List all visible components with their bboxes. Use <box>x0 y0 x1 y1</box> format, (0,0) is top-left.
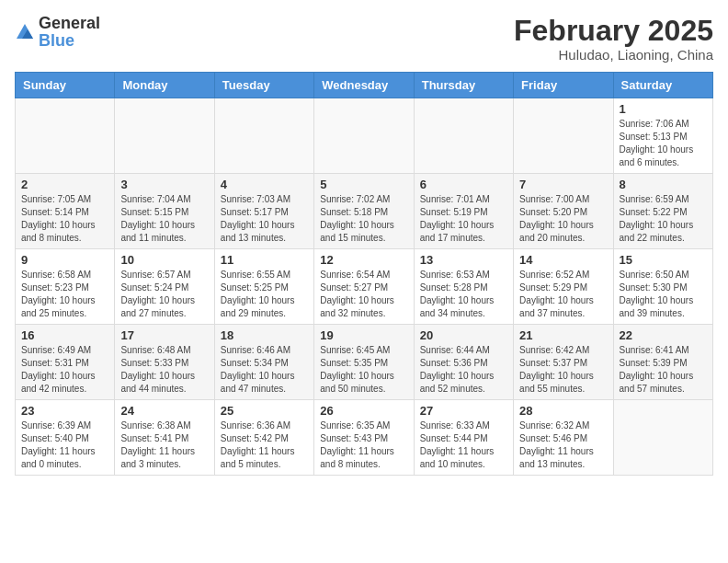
day-number: 11 <box>221 253 308 267</box>
day-info: Sunrise: 6:52 AM Sunset: 5:29 PM Dayligh… <box>519 269 607 320</box>
day-info: Sunrise: 6:58 AM Sunset: 5:23 PM Dayligh… <box>21 269 108 320</box>
calendar-day-cell: 26Sunrise: 6:35 AM Sunset: 5:43 PM Dayli… <box>314 400 414 476</box>
day-number: 25 <box>221 404 308 418</box>
day-number: 20 <box>420 328 507 342</box>
calendar-day-cell: 1Sunrise: 7:06 AM Sunset: 5:13 PM Daylig… <box>613 98 712 174</box>
calendar-day-cell <box>115 98 214 174</box>
title-area: February 2025 Huludao, Liaoning, China <box>514 15 713 63</box>
day-info: Sunrise: 6:38 AM Sunset: 5:41 PM Dayligh… <box>120 419 208 471</box>
day-number: 7 <box>519 178 607 191</box>
day-info: Sunrise: 6:35 AM Sunset: 5:43 PM Dayligh… <box>320 419 407 471</box>
day-number: 13 <box>420 253 507 267</box>
day-number: 22 <box>620 328 707 342</box>
day-number: 9 <box>21 253 108 267</box>
day-number: 19 <box>320 328 407 342</box>
calendar-day-cell: 18Sunrise: 6:46 AM Sunset: 5:34 PM Dayli… <box>214 325 313 400</box>
day-number: 26 <box>320 404 407 418</box>
day-info: Sunrise: 7:03 AM Sunset: 5:17 PM Dayligh… <box>221 193 308 245</box>
calendar-week-row: 9Sunrise: 6:58 AM Sunset: 5:23 PM Daylig… <box>16 249 713 325</box>
day-info: Sunrise: 6:45 AM Sunset: 5:35 PM Dayligh… <box>320 344 407 396</box>
day-number: 14 <box>519 253 607 267</box>
calendar-week-row: 2Sunrise: 7:05 AM Sunset: 5:14 PM Daylig… <box>16 174 713 249</box>
day-number: 12 <box>320 253 407 267</box>
weekday-header: Thursday <box>414 73 513 98</box>
day-number: 5 <box>320 178 407 191</box>
day-info: Sunrise: 6:50 AM Sunset: 5:30 PM Dayligh… <box>620 269 707 320</box>
day-number: 27 <box>420 404 507 418</box>
calendar-week-row: 16Sunrise: 6:49 AM Sunset: 5:31 PM Dayli… <box>16 325 713 400</box>
day-info: Sunrise: 6:44 AM Sunset: 5:36 PM Dayligh… <box>420 344 507 396</box>
day-info: Sunrise: 6:33 AM Sunset: 5:44 PM Dayligh… <box>420 419 507 471</box>
day-info: Sunrise: 7:02 AM Sunset: 5:18 PM Dayligh… <box>320 193 407 245</box>
calendar-day-cell <box>613 400 712 476</box>
weekday-header: Tuesday <box>214 73 313 98</box>
weekday-header: Saturday <box>613 73 712 98</box>
day-number: 16 <box>21 328 108 342</box>
calendar-day-cell: 8Sunrise: 6:59 AM Sunset: 5:22 PM Daylig… <box>613 174 712 249</box>
day-info: Sunrise: 6:32 AM Sunset: 5:46 PM Dayligh… <box>519 419 607 471</box>
day-info: Sunrise: 6:57 AM Sunset: 5:24 PM Dayligh… <box>120 269 208 320</box>
day-number: 8 <box>620 178 707 191</box>
calendar-day-cell: 15Sunrise: 6:50 AM Sunset: 5:30 PM Dayli… <box>613 249 712 325</box>
weekday-header: Friday <box>514 73 613 98</box>
month-title: February 2025 <box>514 15 713 47</box>
calendar-day-cell: 11Sunrise: 6:55 AM Sunset: 5:25 PM Dayli… <box>214 249 313 325</box>
day-number: 17 <box>120 328 208 342</box>
calendar-day-cell: 25Sunrise: 6:36 AM Sunset: 5:42 PM Dayli… <box>214 400 313 476</box>
day-number: 10 <box>120 253 208 267</box>
calendar-day-cell: 19Sunrise: 6:45 AM Sunset: 5:35 PM Dayli… <box>314 325 414 400</box>
calendar-day-cell <box>314 98 414 174</box>
day-info: Sunrise: 7:05 AM Sunset: 5:14 PM Dayligh… <box>21 193 108 245</box>
day-number: 15 <box>620 253 707 267</box>
day-info: Sunrise: 7:06 AM Sunset: 5:13 PM Dayligh… <box>620 118 707 169</box>
day-info: Sunrise: 7:00 AM Sunset: 5:20 PM Dayligh… <box>519 193 607 245</box>
weekday-header: Wednesday <box>314 73 414 98</box>
day-info: Sunrise: 6:46 AM Sunset: 5:34 PM Dayligh… <box>221 344 308 396</box>
calendar-day-cell: 13Sunrise: 6:53 AM Sunset: 5:28 PM Dayli… <box>414 249 513 325</box>
calendar-day-cell: 10Sunrise: 6:57 AM Sunset: 5:24 PM Dayli… <box>115 249 214 325</box>
day-info: Sunrise: 6:53 AM Sunset: 5:28 PM Dayligh… <box>420 269 507 320</box>
day-number: 24 <box>120 404 208 418</box>
calendar-day-cell <box>214 98 313 174</box>
calendar-day-cell: 28Sunrise: 6:32 AM Sunset: 5:46 PM Dayli… <box>514 400 613 476</box>
calendar-day-cell: 2Sunrise: 7:05 AM Sunset: 5:14 PM Daylig… <box>16 174 115 249</box>
calendar-day-cell: 5Sunrise: 7:02 AM Sunset: 5:18 PM Daylig… <box>314 174 414 249</box>
day-info: Sunrise: 7:04 AM Sunset: 5:15 PM Dayligh… <box>120 193 208 245</box>
calendar-day-cell <box>514 98 613 174</box>
logo-icon <box>15 22 35 42</box>
logo-blue: Blue <box>39 31 74 50</box>
day-number: 6 <box>420 178 507 191</box>
day-info: Sunrise: 6:39 AM Sunset: 5:40 PM Dayligh… <box>21 419 108 471</box>
calendar-day-cell: 21Sunrise: 6:42 AM Sunset: 5:37 PM Dayli… <box>514 325 613 400</box>
calendar-day-cell: 23Sunrise: 6:39 AM Sunset: 5:40 PM Dayli… <box>16 400 115 476</box>
day-info: Sunrise: 6:49 AM Sunset: 5:31 PM Dayligh… <box>21 344 108 396</box>
calendar-day-cell: 20Sunrise: 6:44 AM Sunset: 5:36 PM Dayli… <box>414 325 513 400</box>
calendar-day-cell: 7Sunrise: 7:00 AM Sunset: 5:20 PM Daylig… <box>514 174 613 249</box>
calendar-day-cell: 3Sunrise: 7:04 AM Sunset: 5:15 PM Daylig… <box>115 174 214 249</box>
day-info: Sunrise: 6:42 AM Sunset: 5:37 PM Dayligh… <box>519 344 607 396</box>
calendar-day-cell: 16Sunrise: 6:49 AM Sunset: 5:31 PM Dayli… <box>16 325 115 400</box>
day-number: 3 <box>120 178 208 191</box>
day-info: Sunrise: 6:48 AM Sunset: 5:33 PM Dayligh… <box>120 344 208 396</box>
weekday-header: Monday <box>115 73 214 98</box>
calendar-day-cell: 24Sunrise: 6:38 AM Sunset: 5:41 PM Dayli… <box>115 400 214 476</box>
calendar-day-cell: 4Sunrise: 7:03 AM Sunset: 5:17 PM Daylig… <box>214 174 313 249</box>
day-number: 21 <box>519 328 607 342</box>
calendar-day-cell: 22Sunrise: 6:41 AM Sunset: 5:39 PM Dayli… <box>613 325 712 400</box>
logo-general: General <box>39 14 100 32</box>
day-number: 28 <box>519 404 607 418</box>
day-number: 18 <box>221 328 308 342</box>
calendar-day-cell: 6Sunrise: 7:01 AM Sunset: 5:19 PM Daylig… <box>414 174 513 249</box>
calendar-day-cell: 12Sunrise: 6:54 AM Sunset: 5:27 PM Dayli… <box>314 249 414 325</box>
calendar-day-cell: 27Sunrise: 6:33 AM Sunset: 5:44 PM Dayli… <box>414 400 513 476</box>
calendar-day-cell: 14Sunrise: 6:52 AM Sunset: 5:29 PM Dayli… <box>514 249 613 325</box>
calendar-day-cell: 9Sunrise: 6:58 AM Sunset: 5:23 PM Daylig… <box>16 249 115 325</box>
day-info: Sunrise: 6:55 AM Sunset: 5:25 PM Dayligh… <box>221 269 308 320</box>
day-info: Sunrise: 6:54 AM Sunset: 5:27 PM Dayligh… <box>320 269 407 320</box>
calendar-week-row: 1Sunrise: 7:06 AM Sunset: 5:13 PM Daylig… <box>16 98 713 174</box>
day-info: Sunrise: 6:41 AM Sunset: 5:39 PM Dayligh… <box>620 344 707 396</box>
day-number: 23 <box>21 404 108 418</box>
day-number: 4 <box>221 178 308 191</box>
day-number: 2 <box>21 178 108 191</box>
weekday-header: Sunday <box>16 73 115 98</box>
